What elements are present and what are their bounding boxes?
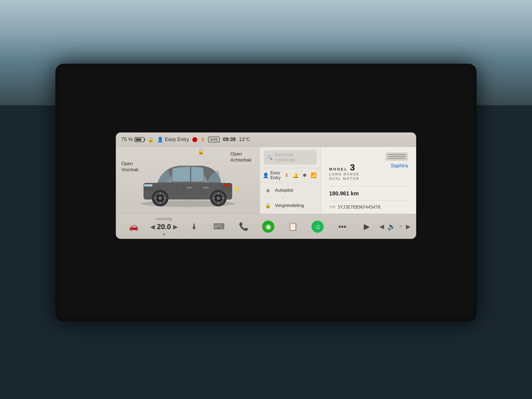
svg-rect-25 <box>144 184 152 186</box>
model-info: MODEL 3 LONG RANGE DUAL MOTOR <box>329 163 360 181</box>
sos-badge[interactable]: SOS <box>208 137 219 142</box>
car-svg: ⚡ <box>135 152 241 208</box>
settings-menu-list: ◈ Autopilot 🔒 Vergrendeling ✦ Verlichtin… <box>260 183 321 214</box>
battery-status: 75 % <box>121 137 144 142</box>
profile-item[interactable]: 👤 Easy Entry <box>263 170 281 180</box>
vin-label: VIN <box>329 205 336 209</box>
temp-dot: ◉ <box>163 232 165 236</box>
hvac-icon: 🌡 <box>190 222 198 231</box>
bell-icon[interactable]: 🔔 <box>293 172 299 178</box>
vin-section: VIN 5YJ3E7EB5KF445470 <box>329 201 408 214</box>
signal-icon: 📶 <box>311 172 317 178</box>
clock: 09:39 <box>223 137 236 142</box>
download-icon: ⬇ <box>285 172 289 178</box>
tesla-screen: 75 % 🔒 👤 Easy Entry ⬇ SOS 09:39 13°C <box>116 132 416 239</box>
steering-icon: ⌨ <box>213 222 224 231</box>
temp-left-arrow[interactable]: ◀ <box>150 223 155 231</box>
svg-rect-5 <box>186 187 192 188</box>
left-panel: Open Voorbak Open Achterbak 🔒 <box>116 147 260 214</box>
profile-name: Easy Entry <box>165 137 189 142</box>
decorative-header <box>329 152 408 161</box>
camera-dot: ◉ <box>262 221 274 233</box>
temp-label: Handmatig <box>156 217 172 221</box>
taskbar-more[interactable]: ••• <box>330 220 355 233</box>
temperature: 13°C <box>239 137 250 142</box>
autopilot-label: Autopilot <box>275 188 293 193</box>
taskbar-hvac[interactable]: 🌡 <box>182 220 207 233</box>
profile-bar: 👤 Easy Entry ⬇ 🔔 ✱ 📶 <box>260 168 321 183</box>
download-icon: ⬇ <box>201 137 205 143</box>
model-line1: LONG RANGE <box>329 172 360 176</box>
taskbar-notes[interactable]: 📋 <box>281 220 305 233</box>
car-visual: 🔒 <box>116 147 260 214</box>
model-color: Saphira <box>391 163 408 169</box>
taskbar-temp[interactable]: Handmatig ◀ 20.0 ▶ ◉ <box>146 215 182 238</box>
play-icon: ▶ <box>364 222 370 231</box>
rec-indicator <box>192 137 197 142</box>
svg-point-14 <box>216 196 220 200</box>
status-bar: 75 % 🔒 👤 Easy Entry ⬇ SOS 09:39 13°C <box>116 132 416 147</box>
model-line2: DUAL MOTOR <box>329 177 360 181</box>
svg-rect-6 <box>203 187 209 188</box>
model-header: MODEL 3 LONG RANGE DUAL MOTOR Saphira <box>329 163 408 181</box>
lock-icon: 🔒 <box>148 137 154 143</box>
volume-icon[interactable]: 🔊 <box>387 223 396 231</box>
spotify-icon: ♫ <box>311 221 324 233</box>
vin-value: 5YJ3E7EB5KF445470 <box>338 205 380 210</box>
battery-percentage: 75 % <box>121 137 133 142</box>
lightning-bolt: ⚡ <box>233 185 241 193</box>
search-bar-container: 🔍 Doorzoek instellingen <box>260 147 321 168</box>
model-prefix: MODEL <box>329 167 348 171</box>
person-icon: 👤 <box>263 172 269 178</box>
bluetooth-status-icon[interactable]: ✱ <box>303 172 307 178</box>
menu-item-autopilot[interactable]: ◈ Autopilot <box>260 183 321 198</box>
taskbar-spotify[interactable]: ♫ <box>305 218 330 235</box>
mileage-section: 180.961 km <box>329 186 408 201</box>
person-icon: 👤 <box>157 137 163 143</box>
mileage-value: 180.961 km <box>329 190 408 197</box>
profile-label: Easy Entry <box>270 170 281 180</box>
more-icon: ••• <box>338 222 346 231</box>
screen-bezel: 75 % 🔒 👤 Easy Entry ⬇ SOS 09:39 13°C <box>55 64 477 321</box>
menu-icon-top <box>386 152 408 161</box>
notes-icon: 📋 <box>288 222 298 231</box>
lock-menu-icon: 🔒 <box>265 203 271 209</box>
car-lock-icon: 🔒 <box>198 148 204 155</box>
main-content: Open Voorbak Open Achterbak 🔒 <box>116 147 416 214</box>
volume-control: ◀ 🔊 ✕ ▶ <box>379 223 411 231</box>
temp-value: 20.0 <box>157 222 171 231</box>
svg-point-10 <box>158 196 162 200</box>
temp-right-arrow[interactable]: ▶ <box>173 223 178 231</box>
search-icon: 🔍 <box>267 155 273 160</box>
taskbar-phone[interactable]: 📞 <box>231 220 256 233</box>
model-number: 3 <box>350 163 356 172</box>
taskbar-camera[interactable]: ◉ <box>256 218 281 235</box>
taskbar-car[interactable]: 🚗 <box>121 220 146 233</box>
taskbar-play[interactable]: ▶ <box>355 220 379 233</box>
taskbar: 🚗 Handmatig ◀ 20.0 ▶ ◉ 🌡 ⌨ <box>116 214 416 239</box>
battery-icon <box>134 137 144 142</box>
menu-item-vergrendeling[interactable]: 🔒 Vergrendeling <box>260 198 321 213</box>
vol-right-arrow[interactable]: ▶ <box>406 223 411 230</box>
phone-icon: 📞 <box>239 222 249 231</box>
car-icon: 🚗 <box>129 222 139 231</box>
autopilot-icon: ◈ <box>265 187 271 193</box>
vergrendeling-label: Vergrendeling <box>275 203 304 208</box>
details-panel: MODEL 3 LONG RANGE DUAL MOTOR Saphira 18… <box>321 147 416 214</box>
taskbar-steering[interactable]: ⌨ <box>207 220 231 233</box>
search-input[interactable]: 🔍 Doorzoek instellingen <box>264 150 317 165</box>
vol-left-arrow[interactable]: ◀ <box>379 223 384 230</box>
profile-status: 👤 Easy Entry <box>157 137 189 143</box>
battery-fill <box>135 138 141 141</box>
svg-rect-26 <box>223 184 230 186</box>
settings-panel: 🔍 Doorzoek instellingen 👤 Easy Entry ⬇ 🔔… <box>260 147 321 214</box>
search-placeholder: Doorzoek instellingen <box>275 152 313 162</box>
